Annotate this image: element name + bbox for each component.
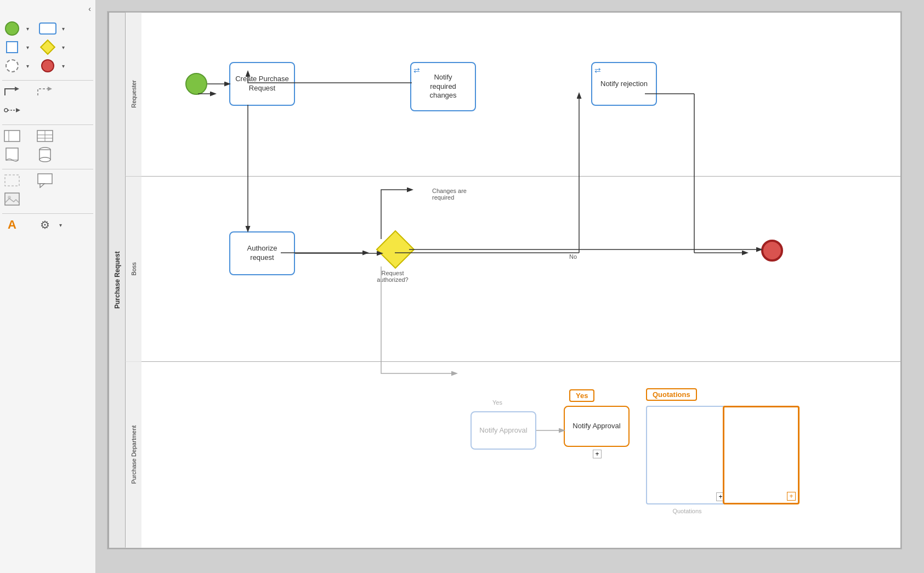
service-icon-2: ⇄ [594,65,601,75]
tool-table[interactable] [35,128,55,144]
pool-header: Purchase Request [109,13,125,548]
tool-database[interactable] [35,147,55,162]
task-notify-rejection[interactable]: ⇄ Notify rejection [591,62,657,106]
tool-gateway[interactable] [38,39,58,55]
lane-purchase-dept-header: Purchase Department [125,362,141,548]
label-yes-flow: Yes [492,399,502,406]
collapse-button[interactable]: ‹ [88,4,91,13]
task-create-purchase[interactable]: Create PurchaseRequest [229,62,295,106]
tool-end-event[interactable] [38,58,58,73]
svg-point-2 [4,109,8,112]
svg-marker-17 [40,184,44,188]
diagram-canvas[interactable]: Purchase Request Requester Create Purcha… [107,11,902,549]
task-authorize-request[interactable]: Authorizerequest [229,231,295,275]
svg-point-14 [39,157,50,162]
tool-gear[interactable]: ⚙ [35,217,55,232]
lane-boss: Boss Authorizerequest [125,177,900,362]
lane-purchase-dept-content: Notify Approval Yes Notify Approval [141,362,900,548]
tool-gear-arrow[interactable]: ▾ [59,222,62,228]
lane-boss-content: Authorizerequest Requestauthorized? [141,177,900,362]
tool-gateway-arrow[interactable]: ▾ [62,44,65,50]
svg-marker-0 [15,87,19,91]
tool-start-event-arrow[interactable]: ▾ [26,26,29,32]
gateway-authorized[interactable] [376,230,415,269]
end-event[interactable] [761,240,783,262]
lane-purchase-dept: Purchase Department Notify Approval Yes [125,362,900,548]
tool-task[interactable] [38,21,58,36]
quotations-ghost-label: Quotations [647,508,727,514]
start-event[interactable] [185,73,207,95]
svg-rect-11 [6,148,18,160]
lane-requester-content: Create PurchaseRequest ⇄ Notifyrequiredc… [141,13,900,176]
lanes-area: Requester Create PurchaseRequest ⇄ [125,13,900,548]
tool-intermediate-event[interactable] [2,58,22,73]
svg-rect-5 [4,131,20,141]
badge-yes: Yes [569,389,594,402]
sidebar: ‹ ▾ ▾ ▾ ▾ ▾ ▾ [0,0,96,573]
tool-end-event-arrow[interactable]: ▾ [62,63,65,69]
gateway-authorized-label: Requestauthorized? [371,270,415,283]
tool-document[interactable] [2,147,22,162]
expand-notify-approval[interactable]: + [593,450,602,458]
tool-subprocess-arrow[interactable]: ▾ [26,44,29,50]
svg-rect-15 [5,175,19,186]
task-notify-approval-orange[interactable]: Notify Approval [564,406,630,447]
task-notify-changes[interactable]: ⇄ Notifyrequiredchanges [410,62,476,111]
label-changes-required: Changes arerequired [432,188,467,201]
pool: Purchase Request Requester Create Purcha… [107,12,902,549]
lane-requester: Requester Create PurchaseRequest ⇄ [125,13,900,177]
label-no: No [569,253,577,260]
expand-quotations-orange[interactable]: + [787,492,796,501]
svg-rect-18 [5,193,19,205]
main-canvas-area: Purchase Request Requester Create Purcha… [96,0,924,573]
tool-msg-flow[interactable] [2,103,22,118]
lane-boss-header: Boss [125,177,141,362]
tool-text[interactable]: A [2,217,22,232]
badge-quotations: Quotations [646,388,697,401]
task-notify-approval-ghost[interactable]: Notify Approval [470,411,536,450]
tool-subprocess[interactable] [2,39,22,55]
svg-marker-4 [16,108,20,112]
lane-requester-header: Requester [125,13,141,176]
tool-dashed-connector[interactable] [35,84,55,99]
tool-image[interactable] [2,191,22,207]
tool-callout[interactable] [35,173,55,188]
subproc-quotations-ghost[interactable]: + Quotations [646,406,728,504]
tool-task-arrow[interactable]: ▾ [62,26,65,32]
svg-marker-1 [48,87,52,91]
tool-lane[interactable] [2,128,22,144]
service-icon-1: ⇄ [413,65,420,75]
subproc-quotations-orange[interactable]: + [723,406,800,504]
tool-start-event[interactable] [2,21,22,36]
tool-selection[interactable] [2,173,22,188]
tool-connector[interactable] [2,84,22,99]
tool-intermediate-arrow[interactable]: ▾ [26,63,29,69]
svg-rect-16 [38,174,52,184]
